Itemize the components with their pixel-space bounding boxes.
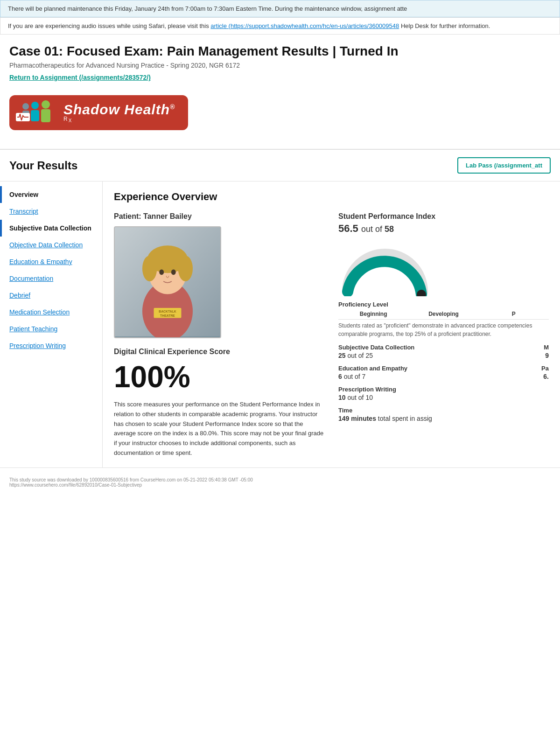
sidebar-item-prescription[interactable]: Prescription Writing (0, 337, 102, 354)
gauge-chart (338, 240, 432, 296)
page-subtitle: Pharmacotherapeutics for Advanced Nursin… (9, 62, 551, 69)
sub-score-education: Education and Empathy 6 out of 7 Pa 6. (338, 365, 549, 380)
lab-pass-button[interactable]: Lab Pass (/assignment_att (457, 157, 551, 174)
sidebar-item-subjective[interactable]: Subjective Data Collection (0, 220, 102, 237)
svg-text:THEATRE: THEATRE (160, 314, 175, 317)
sub-score-subjective: Subjective Data Collection 25 out of 25 … (338, 344, 549, 359)
page-header: Case 01: Focused Exam: Pain Management R… (0, 35, 560, 86)
results-header: Your Results Lab Pass (/assignment_att (0, 150, 560, 181)
watermark-url: https://www.coursehero.com/file/62892010… (9, 482, 551, 488)
sub-score-subjective-label: Subjective Data Collection (338, 344, 414, 351)
main-layout: Overview Transcript Subjective Data Coll… (0, 181, 560, 467)
svg-point-2 (31, 102, 39, 109)
watermark-text: This study source was downloaded by 1000… (9, 477, 551, 482)
sidebar-item-overview[interactable]: Overview (0, 186, 102, 203)
svg-point-15 (171, 269, 176, 275)
dce-score-value: 100% (114, 360, 324, 394)
right-column: Student Performance Index 56.5 out of 58 (338, 212, 549, 458)
dce-description: This score measures your performance on … (114, 400, 324, 458)
svg-point-0 (42, 100, 50, 109)
sub-score-subjective-value: 25 out of 25 (338, 352, 414, 359)
time-label: Time (338, 407, 549, 414)
logo-figures-icon (14, 100, 56, 125)
maintenance-text: There will be planned maintenance this F… (8, 5, 407, 12)
results-wrapper: Your Results Lab Pass (/assignment_att O… (0, 149, 560, 467)
main-content: Experience Overview Patient: Tanner Bail… (103, 181, 560, 467)
sub-score-education-label: Education and Empathy (338, 365, 407, 372)
sub-score-m-label: M (521, 344, 549, 351)
sidebar: Overview Transcript Subjective Data Coll… (0, 181, 103, 467)
svg-rect-3 (31, 110, 39, 121)
prof-developing: Developing (408, 311, 478, 317)
svg-text:BACKTALK: BACKTALK (159, 310, 176, 313)
safari-text: If you are are experiencing audio issues… (8, 22, 210, 29)
sidebar-item-transcript[interactable]: Transcript (0, 203, 102, 220)
safari-suffix: Help Desk for further information. (401, 22, 490, 29)
sub-score-time: Time 149 minutes total spent in assig (338, 407, 549, 422)
sidebar-item-objective[interactable]: Objective Data Collection (0, 237, 102, 253)
prof-proficient: P (479, 311, 549, 317)
safari-link[interactable]: article (https://support.shadowhealth.co… (210, 22, 399, 29)
results-title: Your Results (9, 159, 77, 172)
sidebar-item-debrief[interactable]: Debrief (0, 287, 102, 304)
proficiency-description: Students rated as "proficient" demonstra… (338, 321, 549, 338)
gauge-svg (338, 240, 432, 296)
sub-score-education-value: 6 out of 7 (338, 373, 407, 380)
svg-point-12 (142, 256, 157, 281)
sidebar-item-medication[interactable]: Medication Selection (0, 304, 102, 321)
shadow-health-logo: Shadow Health® Rx (9, 95, 188, 130)
patient-label: Patient: Tanner Bailey (114, 212, 324, 221)
sub-score-m-value: 9 (521, 352, 549, 359)
return-to-assignment-link[interactable]: Return to Assignment (/assignments/28357… (9, 74, 151, 81)
maintenance-banner: There will be planned maintenance this F… (0, 0, 560, 17)
experience-overview-title: Experience Overview (114, 191, 549, 203)
sub-score-pa-value: 6. (521, 373, 549, 380)
page-title: Case 01: Focused Exam: Pain Management R… (9, 44, 551, 59)
time-value: 149 minutes total spent in assig (338, 415, 549, 422)
spi-score: 56.5 out of 58 (338, 223, 549, 235)
logo-section: Shadow Health® Rx (0, 86, 560, 144)
sub-score-prescription: Prescription Writing 10 out of 10 (338, 386, 549, 401)
sub-score-prescription-label: Prescription Writing (338, 386, 549, 393)
sidebar-item-patient-teaching[interactable]: Patient Teaching (0, 321, 102, 337)
svg-point-4 (22, 103, 29, 110)
proficiency-headers: Beginning Developing P (338, 311, 549, 320)
footer-watermark: This study source was downloaded by 1000… (0, 467, 560, 497)
left-column: Patient: Tanner Bailey (114, 212, 324, 458)
prof-beginning: Beginning (338, 311, 408, 317)
sub-score-pa-label: Pa (521, 365, 549, 372)
svg-point-14 (159, 269, 164, 275)
spi-label: Student Performance Index (338, 212, 549, 221)
content-columns: Patient: Tanner Bailey (114, 212, 549, 458)
patient-image: BACKTALK THEATRE (114, 226, 221, 338)
patient-avatar-svg: BACKTALK THEATRE (115, 226, 220, 337)
proficiency-title: Proficiency Level (338, 301, 549, 308)
safari-banner: If you are are experiencing audio issues… (0, 17, 560, 35)
dce-score-label: Digital Clinical Experience Score (114, 348, 324, 356)
svg-rect-1 (41, 109, 50, 122)
svg-point-13 (178, 256, 193, 281)
sidebar-item-documentation[interactable]: Documentation (0, 270, 102, 287)
proficiency-section: Proficiency Level Beginning Developing P… (338, 301, 549, 338)
sub-score-prescription-value: 10 out of 10 (338, 394, 549, 401)
logo-text: Shadow Health® Rx (63, 102, 175, 123)
sidebar-item-education-empathy[interactable]: Education & Empathy (0, 253, 102, 270)
